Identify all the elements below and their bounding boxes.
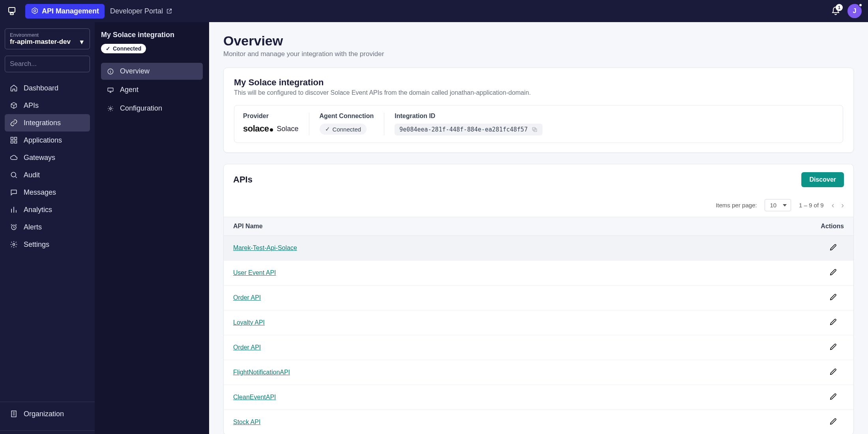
external-link-icon (166, 8, 172, 14)
svg-rect-7 (15, 141, 17, 143)
environment-selector[interactable]: Environment fr-apim-master-dev ▼ (5, 28, 90, 49)
table-row: Order API (224, 335, 853, 360)
table-row: FlightNotificationAPI (224, 360, 853, 385)
items-per-page-select[interactable]: 10 (765, 199, 791, 211)
connection-pill: ✓ Connected (320, 124, 367, 135)
table-row: Order API (224, 286, 853, 310)
edit-icon[interactable] (829, 293, 838, 301)
sidebar-item-integrations[interactable]: Integrations (5, 114, 90, 132)
sidebar-item-label: Analytics (24, 206, 52, 214)
app-logo[interactable] (6, 6, 17, 17)
magnify-icon (9, 171, 18, 179)
sidebar-item-analytics[interactable]: Analytics (5, 201, 90, 218)
sidebar-item-label: Settings (24, 240, 49, 249)
table-row: Stock API (224, 410, 853, 434)
integration-id-stat: Integration ID 9e084eea-281f-448f-884e-e… (384, 113, 553, 135)
sidebar-item-label: Gateways (24, 154, 55, 162)
connection-status: Connected (333, 126, 361, 133)
overview-title: My Solace integration (234, 77, 843, 88)
subnav-overview[interactable]: Overview (101, 63, 203, 80)
sidebar-item-label: Applications (24, 136, 62, 145)
api-link[interactable]: Order API (233, 294, 261, 301)
items-per-page-value: 10 (770, 202, 776, 209)
table-row: CleanEventAPI (224, 385, 853, 410)
table-row: Marek-Test-Api-Solace (224, 236, 853, 261)
grid-icon (9, 136, 18, 145)
sidebar-item-gateways[interactable]: Gateways (5, 149, 90, 166)
notifications-button[interactable]: 1 (831, 6, 840, 16)
svg-rect-4 (11, 137, 13, 140)
status-dot (859, 3, 862, 7)
user-avatar[interactable]: J (847, 4, 862, 18)
sidebar-item-alerts[interactable]: Alerts (5, 218, 90, 236)
edit-icon[interactable] (829, 367, 838, 376)
api-link[interactable]: User Event API (233, 269, 276, 276)
notifications-count: 1 (836, 4, 843, 11)
sidebar-item-label: Dashboard (24, 84, 58, 92)
svg-rect-13 (108, 88, 113, 91)
cloud-icon (9, 153, 18, 162)
check-icon: ✓ (106, 45, 110, 52)
avatar-initial: J (853, 8, 857, 15)
bars-icon (9, 205, 18, 214)
api-link[interactable]: CleanEventAPI (233, 394, 276, 400)
page-prev[interactable]: ‹ (832, 201, 834, 210)
topbar: API Management Developer Portal 1 J (0, 0, 868, 22)
api-link[interactable]: Order API (233, 344, 261, 351)
discover-button[interactable]: Discover (801, 172, 844, 187)
edit-icon[interactable] (829, 318, 838, 326)
sidebar-item-apis[interactable]: APIs (5, 97, 90, 114)
sidebar-item-organization[interactable]: Organization (5, 405, 90, 423)
table-row: User Event API (224, 261, 853, 286)
integration-id-value: 9e084eea-281f-448f-884e-ea281fc48f57 (399, 126, 528, 133)
solace-logo: solace (243, 124, 273, 134)
apis-heading: APIs (233, 175, 253, 185)
sidebar-item-label: Alerts (24, 223, 42, 231)
svg-point-10 (13, 244, 15, 246)
sidebar-item-audit[interactable]: Audit (5, 166, 90, 184)
page-next[interactable]: › (841, 201, 844, 210)
nav-api-management[interactable]: API Management (25, 4, 105, 19)
provider-stat: Provider solace Solace (243, 113, 309, 135)
svg-point-14 (110, 107, 112, 109)
integration-id-pill: 9e084eea-281f-448f-884e-ea281fc48f57 (395, 124, 542, 135)
edit-icon[interactable] (829, 392, 838, 401)
api-link[interactable]: Loyalty API (233, 319, 265, 326)
org-icon (9, 410, 18, 418)
edit-icon[interactable] (829, 268, 838, 276)
apis-card: APIs Discover Items per page: 10 1 – 9 o… (223, 164, 854, 434)
connection-label: Agent Connection (320, 113, 374, 120)
api-link[interactable]: Marek-Test-Api-Solace (233, 244, 297, 251)
pagination-row: Items per page: 10 1 – 9 of 9 ‹ › (224, 195, 853, 217)
gear-icon (9, 240, 18, 249)
page-title: Overview (223, 33, 854, 49)
sub-sidebar: My Solace integration ✓ Connected Overvi… (95, 22, 209, 434)
nav-label: API Management (42, 7, 99, 15)
clock-icon (9, 223, 18, 231)
edit-icon[interactable] (829, 417, 838, 426)
integration-id-label: Integration ID (395, 113, 542, 120)
sidebar-item-dashboard[interactable]: Dashboard (5, 79, 90, 97)
nav-developer-portal[interactable]: Developer Portal (105, 4, 178, 19)
sidebar-item-label: Organization (24, 410, 64, 418)
svg-rect-6 (11, 141, 13, 143)
cube-icon (9, 101, 18, 110)
subnav-agent[interactable]: Agent (101, 81, 203, 98)
search-box[interactable] (5, 56, 90, 72)
api-link[interactable]: Stock API (233, 419, 260, 425)
edit-icon[interactable] (829, 342, 838, 351)
edit-icon[interactable] (829, 243, 838, 252)
svg-point-8 (11, 172, 16, 177)
col-actions: Actions (641, 217, 853, 236)
subnav-label: Agent (120, 86, 138, 94)
sidebar-item-label: Audit (24, 171, 40, 179)
subnav-configuration[interactable]: Configuration (101, 100, 203, 117)
sidebar-item-settings[interactable]: Settings (5, 236, 90, 253)
sidebar-item-messages[interactable]: Messages (5, 184, 90, 201)
col-api-name: API Name (224, 217, 641, 236)
search-input[interactable] (10, 60, 94, 68)
env-label: Environment (10, 32, 71, 38)
api-link[interactable]: FlightNotificationAPI (233, 369, 290, 376)
copy-icon[interactable] (531, 126, 538, 133)
sidebar-item-applications[interactable]: Applications (5, 132, 90, 149)
